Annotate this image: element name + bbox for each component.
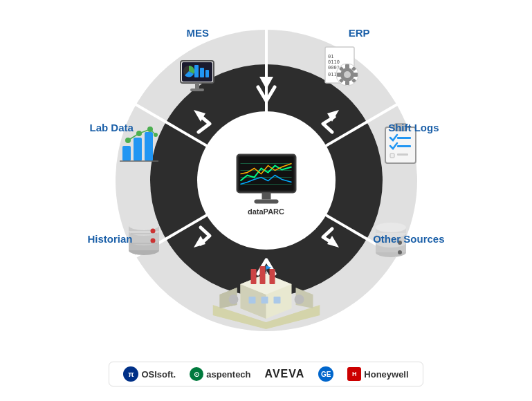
erp-icon: 01 0110 0001 0110100: [318, 46, 363, 93]
svg-text:0110: 0110: [328, 59, 340, 65]
label-historian: Historian: [88, 233, 133, 245]
svg-rect-101: [254, 200, 278, 204]
aveva-label: AVEVA: [265, 368, 305, 380]
svg-rect-100: [262, 193, 270, 200]
partner-aveva: AVEVA: [265, 368, 305, 380]
svg-rect-66: [122, 146, 131, 161]
label-other-sources: Other Sources: [373, 233, 444, 245]
diagram-container: MES ERP Shift Logs Other Sources Histori…: [86, 15, 446, 360]
svg-point-63: [150, 239, 155, 243]
partners-bar: π OSIsoft. ⊙ aspentech AVEVA GE H Honeyw…: [109, 362, 423, 386]
label-lab-data: Lab Data: [90, 122, 134, 133]
svg-rect-84: [250, 269, 256, 284]
partner-honeywell: H Honeywell: [347, 367, 408, 381]
partner-osisoft: π OSIsoft.: [123, 366, 176, 382]
center-monitor: dataPARC: [233, 153, 299, 216]
label-erp: ERP: [349, 27, 370, 39]
osisoft-label: OSIsoft.: [141, 369, 176, 380]
svg-rect-45: [390, 153, 394, 158]
svg-point-31: [344, 71, 351, 78]
svg-rect-88: [261, 297, 268, 304]
center-label: dataPARC: [248, 207, 284, 216]
aspentech-icon: ⊙: [190, 367, 203, 381]
svg-rect-34: [337, 73, 341, 77]
mes-icon: [175, 59, 220, 100]
honeywell-label: Honeywell: [364, 369, 408, 380]
factory-icon: [212, 263, 320, 329]
svg-rect-43: [397, 145, 411, 147]
svg-rect-44: [397, 153, 408, 156]
svg-rect-18: [194, 65, 199, 77]
svg-rect-85: [259, 266, 265, 284]
honeywell-icon: H: [347, 367, 361, 381]
svg-rect-86: [269, 269, 275, 284]
svg-text:01: 01: [328, 54, 333, 59]
partner-ge: GE: [318, 366, 333, 382]
svg-rect-95: [239, 157, 293, 191]
label-mes: MES: [187, 27, 210, 39]
svg-point-54: [398, 250, 402, 254]
svg-point-62: [150, 229, 155, 234]
svg-rect-19: [200, 68, 204, 77]
svg-rect-87: [248, 297, 255, 304]
aspentech-label: aspentech: [206, 369, 250, 380]
svg-rect-23: [190, 88, 204, 91]
osisoft-icon: π: [123, 366, 138, 382]
svg-rect-20: [205, 70, 209, 77]
svg-rect-89: [273, 297, 280, 304]
label-shift-logs: Shift Logs: [388, 122, 439, 133]
main-layout: MES ERP Shift Logs Other Sources Histori…: [86, 15, 446, 386]
ge-icon: GE: [318, 366, 333, 382]
svg-rect-35: [354, 73, 358, 77]
partner-aspentech: ⊙ aspentech: [190, 367, 250, 381]
svg-rect-68: [145, 132, 153, 161]
svg-rect-32: [345, 64, 349, 68]
svg-point-91: [294, 295, 304, 304]
svg-rect-67: [134, 138, 142, 161]
svg-point-90: [228, 295, 238, 304]
svg-point-52: [376, 223, 406, 232]
svg-rect-22: [195, 83, 199, 88]
svg-rect-42: [397, 137, 411, 139]
svg-rect-33: [345, 81, 349, 85]
svg-point-61: [129, 221, 159, 230]
